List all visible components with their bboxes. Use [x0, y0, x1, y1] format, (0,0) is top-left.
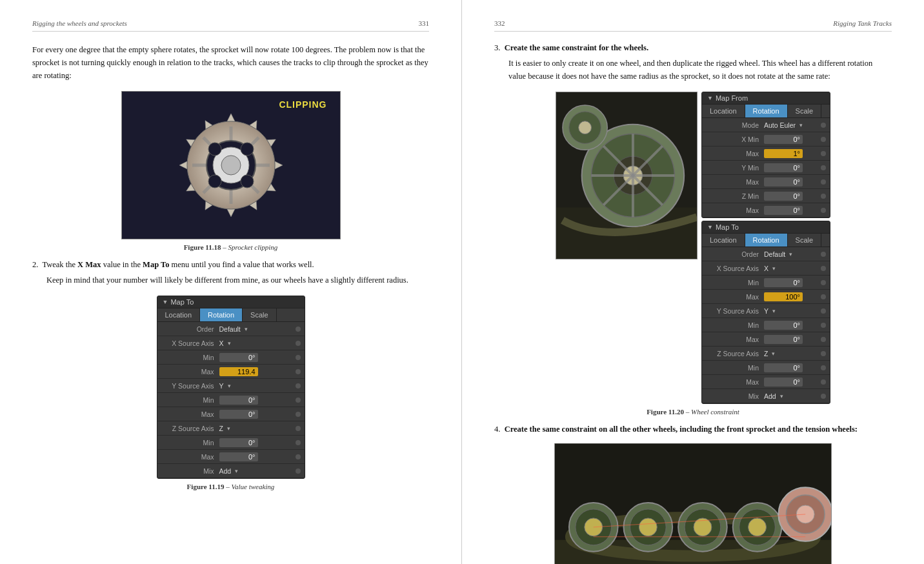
svg-point-20 — [208, 143, 221, 156]
clipping-label: CLIPPING — [279, 99, 326, 110]
mf-z-max-row: Max 0° — [702, 203, 830, 217]
rmt-y-max-row: Max 0° — [702, 332, 830, 347]
figure-11-18: CLIPPING — [32, 91, 429, 251]
right-page-num: 332 — [494, 19, 505, 27]
map-to-panel: ▼ Map To Location Rotation Scale Order D… — [157, 296, 305, 479]
rmt-tab-location[interactable]: Location — [702, 234, 745, 247]
rmt-x-max-row: Max 100° — [702, 290, 830, 304]
step-2: 2. Tweak the X Max value in the Map To m… — [32, 260, 429, 287]
rigged-wheels-image — [554, 443, 832, 564]
figure-11-20: ▼ Map From Location Rotation Scale Mode … — [494, 92, 892, 416]
rmt-z-min-row: Min 0° — [702, 361, 830, 375]
x-min-row: Min 0° — [157, 350, 305, 365]
tab-scale[interactable]: Scale — [243, 308, 277, 321]
svg-marker-9 — [179, 161, 187, 169]
svg-marker-3 — [275, 161, 283, 169]
step-4: 4. Create the same constraint on all the… — [494, 425, 892, 434]
z-source-axis-row: Z Source Axis Z ▾ — [157, 421, 305, 436]
right-map-to-label: Map To — [716, 223, 739, 231]
rmt-x-axis-row: X Source Axis X ▾ — [702, 261, 830, 276]
figure-11-19-caption: Figure 11.19 – Value tweaking — [187, 483, 275, 490]
svg-point-45 — [639, 518, 657, 536]
collapse-arrow: ▼ — [163, 299, 168, 305]
map-from-tabs[interactable]: Location Rotation Scale — [702, 105, 830, 118]
y-max-row: Max 0° — [157, 407, 305, 421]
rmt-y-axis-row: Y Source Axis Y ▾ — [702, 304, 830, 318]
figure-11-21: Figure 11.21 – Rigged wheels — [494, 443, 892, 564]
svg-point-36 — [579, 121, 592, 134]
rmt-mix-row: Mix Add ▾ — [702, 389, 830, 403]
mf-z-min-row: Z Min 0° — [702, 189, 830, 203]
map-from-panel: ▼ Map From Location Rotation Scale Mode … — [701, 92, 830, 218]
figure-11-18-caption: Figure 11.18 – Sprocket clipping — [184, 243, 278, 251]
right-page: 332 Rigging Tank Tracks 3. Create the sa… — [462, 0, 924, 564]
svg-marker-0 — [227, 114, 235, 121]
right-page-title: Rigging Tank Tracks — [833, 19, 892, 27]
panel-tabs[interactable]: Location Rotation Scale — [157, 308, 305, 322]
rmt-tab-rotation[interactable]: Rotation — [745, 234, 788, 247]
mf-tab-location[interactable]: Location — [702, 105, 745, 117]
map-from-header: ▼ Map From — [702, 92, 830, 105]
step-3: 3. Create the same constraint for the wh… — [494, 43, 892, 83]
right-map-to-tabs[interactable]: Location Rotation Scale — [702, 234, 830, 247]
mf-tab-rotation[interactable]: Rotation — [745, 105, 788, 117]
rmt-z-axis-row: Z Source Axis Z ▾ — [702, 347, 830, 361]
x-source-axis-row: X Source Axis X ▾ — [157, 336, 305, 350]
mf-x-min-row: X Min 0° — [702, 132, 830, 146]
svg-point-19 — [221, 156, 241, 175]
mf-mode-row: Mode Auto Euler ▾ — [702, 118, 830, 132]
mf-y-max-row: Max 0° — [702, 175, 830, 189]
right-page-header: 332 Rigging Tank Tracks — [494, 19, 892, 32]
z-max-row: Max 0° — [157, 450, 305, 464]
left-page-num: 331 — [419, 19, 430, 27]
right-map-to-panel: ▼ Map To Location Rotation Scale Order D… — [701, 221, 830, 404]
rmt-z-max-row: Max 0° — [702, 375, 830, 389]
order-row: Order Default ▾ — [157, 322, 305, 336]
left-page-header: Rigging the wheels and sprockets 331 — [32, 19, 429, 32]
right-map-to-header: ▼ Map To — [702, 221, 830, 234]
rmt-y-min-row: Min 0° — [702, 318, 830, 332]
mix-row: Mix Add ▾ — [157, 464, 305, 478]
map-from-label: Map From — [716, 94, 748, 102]
svg-point-21 — [241, 143, 254, 156]
rmt-order-row: Order Default ▾ — [702, 247, 830, 261]
y-source-axis-row: Y Source Axis Y ▾ — [157, 379, 305, 393]
figure-11-19: ▼ Map To Location Rotation Scale Order D… — [32, 296, 429, 490]
svg-point-51 — [748, 518, 767, 536]
sprocket-image: CLIPPING — [121, 91, 341, 239]
svg-point-23 — [241, 175, 254, 188]
mf-x-max-row: Max 1° — [702, 146, 830, 161]
rmt-x-min-row: Min 0° — [702, 276, 830, 290]
left-page-title: Rigging the wheels and sprockets — [32, 19, 127, 27]
tab-rotation[interactable]: Rotation — [200, 308, 243, 321]
y-min-row: Min 0° — [157, 393, 305, 407]
svg-marker-6 — [227, 209, 235, 217]
wheel-image — [556, 92, 698, 259]
figure-11-20-caption: Figure 11.20 – Wheel constraint — [647, 408, 739, 416]
map-to-label: Map To — [170, 298, 194, 306]
left-page: Rigging the wheels and sprockets 331 For… — [0, 0, 462, 564]
mf-tab-scale[interactable]: Scale — [788, 105, 822, 117]
svg-point-22 — [208, 175, 221, 188]
rmt-tab-scale[interactable]: Scale — [788, 234, 822, 247]
mf-y-min-row: Y Min 0° — [702, 161, 830, 175]
z-min-row: Min 0° — [157, 436, 305, 450]
x-max-row: Max 119.4 — [157, 365, 305, 379]
left-intro-text: For every one degree that the empty sphe… — [32, 43, 429, 82]
map-to-header: ▼ Map To — [157, 296, 305, 308]
tab-location[interactable]: Location — [157, 308, 201, 321]
